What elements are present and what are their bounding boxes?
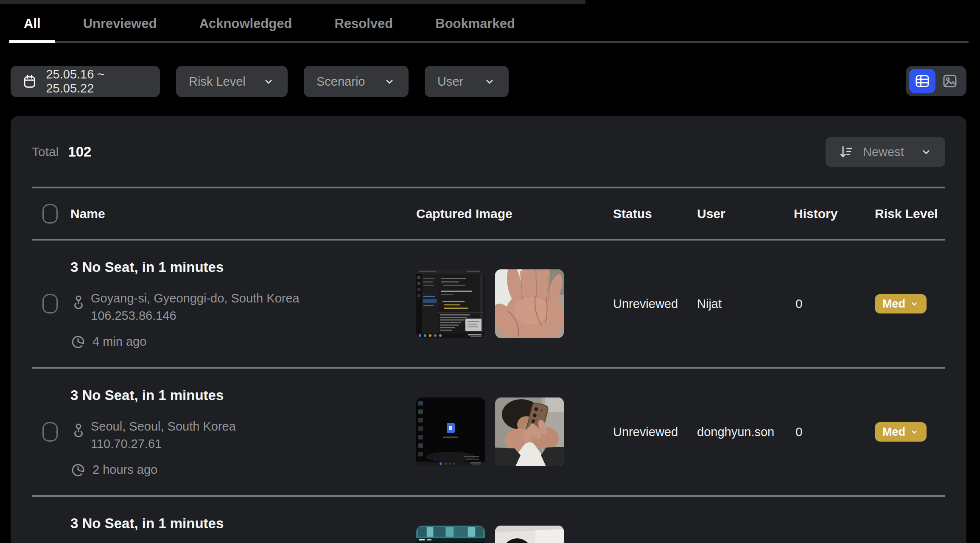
location-pin-icon <box>70 294 87 310</box>
chevron-down-icon <box>920 146 932 158</box>
captured-images-cell <box>416 526 613 543</box>
tab-bookmarked[interactable]: Bookmarked <box>421 4 529 43</box>
tab-all[interactable]: All <box>9 4 55 43</box>
event-name-cell: 3 No Seat, in 1 minutes Seoul, Seoul, So… <box>70 369 416 477</box>
sort-descending-icon <box>838 144 854 160</box>
column-header-user: User <box>697 207 794 221</box>
event-time: 2 hours ago <box>92 463 157 477</box>
select-all-checkbox[interactable] <box>42 204 58 224</box>
tab-underline-track <box>9 41 969 43</box>
chevron-down-icon <box>383 75 396 88</box>
event-title: 3 No Seat, in 1 minutes <box>70 515 416 532</box>
chevron-down-icon <box>910 299 919 308</box>
row-checkbox[interactable] <box>42 422 58 442</box>
risk-level-badge[interactable]: Med <box>875 294 927 313</box>
column-header-captured-image: Captured Image <box>416 207 613 221</box>
event-location: Seoul, Seoul, South Korea <box>91 418 236 435</box>
event-location: Goyang-si, Gyeonggi-do, South Korea <box>91 290 300 307</box>
event-title: 3 No Seat, in 1 minutes <box>70 387 416 403</box>
captured-image-screen[interactable] <box>416 269 485 338</box>
event-title: 3 No Seat, in 1 minutes <box>70 259 416 275</box>
total-count: 102 <box>68 144 91 160</box>
user-cell: donghyun.son <box>697 425 794 439</box>
date-range-button[interactable]: 25.05.16 ~ 25.05.22 <box>11 66 160 97</box>
view-toggle <box>906 66 966 96</box>
event-list-panel: Total 102 Newest Name Captured Image Sta… <box>11 116 966 543</box>
risk-level-dropdown[interactable]: Risk Level <box>176 66 288 97</box>
captured-images-cell <box>416 269 613 338</box>
captured-image-webcam[interactable] <box>495 526 564 543</box>
chevron-down-icon <box>262 75 275 88</box>
time-history-icon <box>70 462 86 477</box>
captured-images-cell <box>416 397 613 466</box>
time-history-icon <box>70 334 86 349</box>
location-pin-icon <box>70 422 87 438</box>
event-name-cell: 3 No Seat, in 1 minutes <box>70 497 416 532</box>
sort-value: Newest <box>863 145 904 159</box>
tab-acknowledged[interactable]: Acknowledged <box>185 4 307 43</box>
event-name-cell: 3 No Seat, in 1 minutes Goyang-si, Gyeon… <box>70 241 416 349</box>
tab-resolved[interactable]: Resolved <box>320 4 407 43</box>
user-cell: Nijat <box>697 297 794 311</box>
tab-unreviewed[interactable]: Unreviewed <box>69 4 171 43</box>
column-header-name: Name <box>70 207 416 221</box>
table-row: 3 No Seat, in 1 minutes <box>32 497 945 543</box>
status-cell: Unreviewed <box>613 425 697 439</box>
column-header-history: History <box>794 207 875 221</box>
table-view-button[interactable] <box>909 69 935 93</box>
image-view-icon <box>941 72 959 90</box>
captured-image-webcam[interactable] <box>495 397 564 466</box>
captured-image-screen[interactable] <box>416 397 485 466</box>
total-label: Total <box>32 145 59 159</box>
chevron-down-icon <box>910 427 919 437</box>
list-summary-row: Total 102 Newest <box>32 137 945 167</box>
table-header-row: Name Captured Image Status User History … <box>32 188 945 239</box>
captured-image-screen[interactable] <box>416 526 485 543</box>
event-ip: 110.70.27.61 <box>91 435 236 453</box>
column-header-status: Status <box>613 207 697 221</box>
column-header-risk-level: Risk Level <box>875 207 945 221</box>
risk-level-badge[interactable]: Med <box>875 422 927 442</box>
history-cell: 0 <box>794 297 875 311</box>
table-view-icon <box>914 73 931 90</box>
date-range-value: 25.05.16 ~ 25.05.22 <box>46 67 149 95</box>
table-row: 3 No Seat, in 1 minutes Goyang-si, Gyeon… <box>32 241 945 367</box>
status-cell: Unreviewed <box>613 297 697 311</box>
tab-bar: All Unreviewed Acknowledged Resolved Boo… <box>0 4 980 43</box>
app-screen: All Unreviewed Acknowledged Resolved Boo… <box>0 0 980 543</box>
calendar-icon <box>22 73 37 90</box>
filter-bar: 25.05.16 ~ 25.05.22 Risk Level Scenario … <box>11 66 509 97</box>
image-view-button[interactable] <box>937 69 963 93</box>
event-ip: 106.253.86.146 <box>91 307 300 325</box>
chevron-down-icon <box>483 75 496 88</box>
history-cell: 0 <box>794 425 875 439</box>
user-dropdown[interactable]: User <box>425 66 509 97</box>
sort-dropdown[interactable]: Newest <box>826 137 945 167</box>
captured-image-webcam[interactable] <box>495 269 564 338</box>
scenario-dropdown[interactable]: Scenario <box>304 66 409 97</box>
table-row: 3 No Seat, in 1 minutes Seoul, Seoul, So… <box>32 369 945 495</box>
event-time: 4 min ago <box>92 335 146 349</box>
top-window-strip <box>0 0 585 4</box>
row-checkbox[interactable] <box>42 294 58 313</box>
